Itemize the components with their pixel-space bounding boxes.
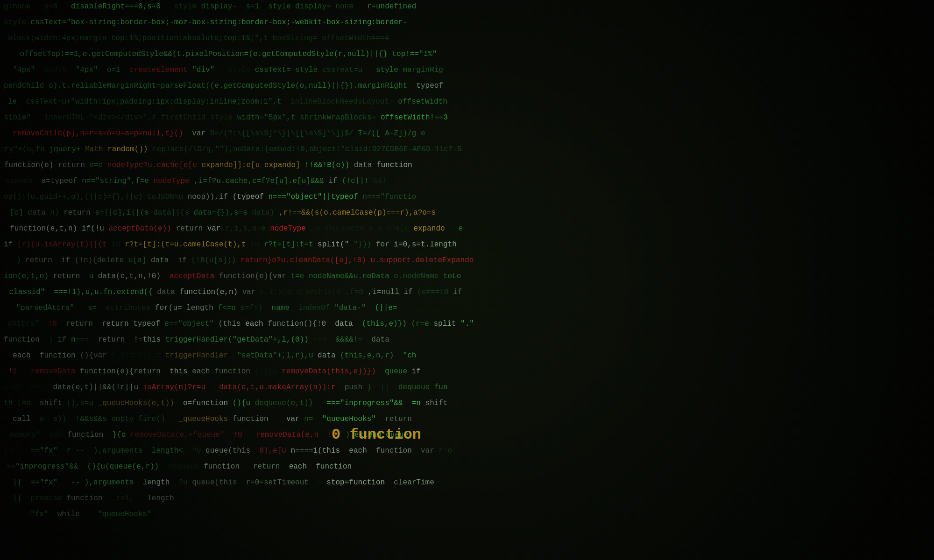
code-visualization [0, 0, 934, 560]
